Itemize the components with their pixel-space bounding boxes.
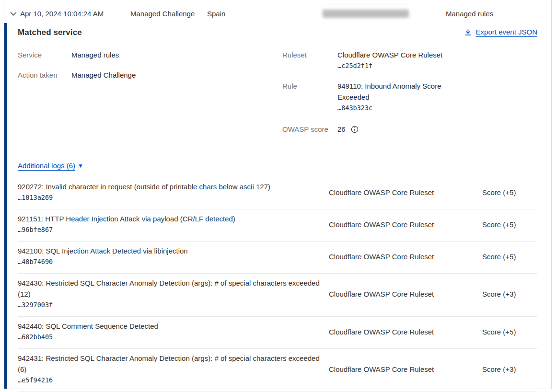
- log-row: 942100: SQL Injection Attack Detected vi…: [18, 242, 537, 274]
- log-rule-description: 942430: Restricted SQL Character Anomaly…: [18, 277, 320, 311]
- log-rule-text: 920272: Invalid character in request (ou…: [18, 183, 270, 191]
- rule-field: Rule 949110: Inbound Anomaly Score Excee…: [282, 81, 537, 114]
- service-label: Service: [18, 49, 71, 60]
- owasp-score-label: OWASP score: [282, 124, 337, 135]
- matched-service-details: Service Managed rules Action taken Manag…: [18, 49, 537, 144]
- page-title: Matched service: [18, 28, 82, 37]
- log-rule-hash: …e5f94216: [18, 375, 320, 386]
- log-rule-text: 942440: SQL Comment Sequence Detected: [18, 322, 158, 330]
- log-score: Score (+3): [482, 290, 537, 298]
- additional-logs-toggle[interactable]: Additional logs (6) ▼: [18, 161, 83, 170]
- log-rule-text: 921151: HTTP Header Injection Attack via…: [18, 215, 235, 223]
- log-rule-description: 942100: SQL Injection Attack Detected vi…: [18, 245, 320, 267]
- event-detail-panel: Matched service Export event JSON Servic…: [4, 23, 551, 389]
- export-event-json-link[interactable]: Export event JSON: [464, 28, 537, 36]
- log-rule-hash: …48b74690: [18, 256, 320, 267]
- log-ruleset: Cloudflare OWASP Core Ruleset: [329, 328, 482, 336]
- log-rule-text: 942100: SQL Injection Attack Detected vi…: [18, 247, 188, 255]
- redacted-value: [323, 10, 409, 18]
- log-score: Score (+5): [482, 328, 537, 336]
- log-rule-description: 921151: HTTP Header Injection Attack via…: [18, 213, 320, 235]
- log-ruleset: Cloudflare OWASP Core Ruleset: [329, 253, 482, 261]
- log-row: 920272: Invalid character in request (ou…: [18, 177, 537, 209]
- log-rule-hash: …3297003f: [18, 300, 320, 311]
- log-ruleset: Cloudflare OWASP Core Ruleset: [329, 365, 482, 373]
- log-row: 942430: Restricted SQL Character Anomaly…: [18, 274, 537, 317]
- owasp-score-value: 26: [337, 124, 346, 135]
- ruleset-field: Ruleset Cloudflare OWASP Core Ruleset …c…: [282, 49, 537, 71]
- log-ruleset: Cloudflare OWASP Core Ruleset: [329, 290, 482, 298]
- ruleset-name: Cloudflare OWASP Core Ruleset: [337, 51, 442, 59]
- action-taken-label: Action taken: [18, 69, 71, 81]
- log-ruleset: Cloudflare OWASP Core Ruleset: [329, 188, 482, 196]
- additional-logs-table: 920272: Invalid character in request (ou…: [18, 177, 537, 392]
- event-action: Managed Challenge: [130, 10, 207, 18]
- event-country: Spain: [207, 10, 323, 18]
- log-row: 942431: Restricted SQL Character Anomaly…: [18, 349, 537, 392]
- export-event-json-label: Export event JSON: [476, 28, 537, 36]
- firewall-event-entry: Apr 10, 2024 10:04:24 AM Managed Challen…: [4, 0, 552, 389]
- log-rule-description: 920272: Invalid character in request (ou…: [18, 181, 320, 203]
- log-score: Score (+5): [482, 253, 537, 261]
- log-rule-text: 942431: Restricted SQL Character Anomaly…: [18, 354, 320, 373]
- log-rule-hash: …682bb405: [18, 332, 320, 343]
- info-icon[interactable]: [351, 126, 359, 133]
- additional-logs-label: Additional logs (6): [18, 161, 75, 170]
- log-score: Score (+3): [482, 365, 537, 373]
- owasp-score-field: OWASP score 26: [282, 124, 537, 135]
- log-rule-hash: …96bfe867: [18, 224, 320, 235]
- event-summary-row[interactable]: Apr 10, 2024 10:04:24 AM Managed Challen…: [4, 4, 551, 23]
- download-icon: [464, 28, 472, 36]
- event-timestamp: Apr 10, 2024 10:04:24 AM: [20, 10, 130, 18]
- log-ruleset: Cloudflare OWASP Core Ruleset: [329, 220, 482, 229]
- chevron-down-icon[interactable]: [7, 12, 20, 16]
- rule-name: 949110: Inbound Anomaly Score Exceeded: [337, 82, 441, 101]
- caret-down-icon: ▼: [78, 163, 83, 169]
- log-row: 942440: SQL Comment Sequence Detected …6…: [18, 317, 537, 349]
- log-rule-text: 942430: Restricted SQL Character Anomaly…: [18, 279, 320, 298]
- ruleset-label: Ruleset: [282, 49, 337, 71]
- rule-label: Rule: [282, 81, 337, 114]
- details-left-column: Service Managed rules Action taken Manag…: [18, 49, 282, 144]
- log-row: 921151: HTTP Header Injection Attack via…: [18, 209, 537, 242]
- action-taken-field: Action taken Managed Challenge: [18, 69, 282, 81]
- event-service: Managed rules: [446, 10, 551, 18]
- log-score: Score (+5): [482, 220, 537, 229]
- rule-value: 949110: Inbound Anomaly Score Exceeded ……: [337, 81, 452, 114]
- log-rule-description: 942431: Restricted SQL Character Anomaly…: [18, 353, 320, 386]
- log-rule-description: 942440: SQL Comment Sequence Detected …6…: [18, 321, 320, 343]
- log-score: Score (+5): [482, 188, 537, 196]
- service-field: Service Managed rules: [18, 49, 282, 60]
- event-host-redacted: [323, 10, 446, 18]
- details-right-column: Ruleset Cloudflare OWASP Core Ruleset …c…: [282, 49, 537, 144]
- ruleset-id-hash: …c25d2f1f: [337, 60, 442, 71]
- rule-id-hash: …843b323c: [337, 103, 452, 114]
- log-rule-hash: …1813a269: [18, 192, 320, 203]
- ruleset-value: Cloudflare OWASP Core Ruleset …c25d2f1f: [337, 49, 442, 71]
- service-value: Managed rules: [71, 49, 119, 60]
- action-taken-value: Managed Challenge: [71, 69, 136, 81]
